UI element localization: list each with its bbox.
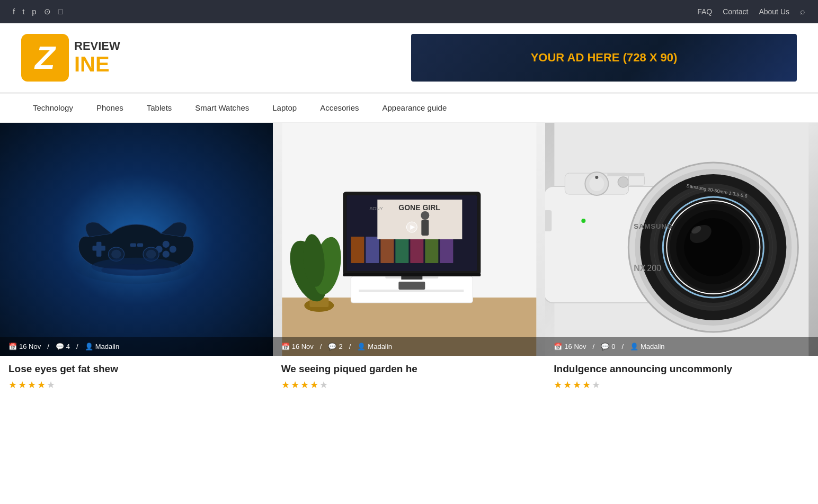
star3: ★	[300, 379, 309, 391]
nav-appearance-guide[interactable]: Appearance guide	[371, 94, 459, 122]
twitter-icon[interactable]: t	[22, 7, 24, 16]
nav-accesories[interactable]: Accesories	[308, 94, 370, 122]
svg-point-70	[582, 219, 586, 223]
tv-svg: GONE GIRL SONY	[273, 123, 546, 356]
card1-bg	[0, 123, 273, 356]
star5: ★	[592, 379, 600, 391]
svg-rect-29	[351, 237, 364, 263]
card2-bg: GONE GIRL SONY	[273, 123, 546, 356]
card1-info: Lose eyes get fat shew ★ ★ ★ ★ ★	[0, 356, 273, 396]
svg-rect-44	[343, 273, 481, 276]
card1-stars: ★ ★ ★ ★ ★	[8, 379, 264, 391]
article-card-1: 📅 16 Nov / 💬 4 / 👤 Madalin Lose eyes get…	[0, 123, 273, 396]
card2-author: 👤 Madalin	[357, 343, 392, 350]
nav-phones[interactable]: Phones	[85, 94, 135, 122]
top-nav: FAQ Contact About Us ⌕	[697, 7, 805, 16]
faq-link[interactable]: FAQ	[697, 7, 712, 16]
svg-rect-35	[440, 237, 453, 263]
dribbble-icon[interactable]: ⊙	[44, 7, 51, 16]
card3-comments: 💬 0	[601, 343, 615, 350]
main-nav: Technology Phones Tablets Smart Watches …	[0, 93, 818, 123]
svg-text:SONY: SONY	[369, 206, 383, 211]
star1: ★	[8, 379, 17, 391]
logo[interactable]: Z REVIEW INE	[21, 34, 120, 82]
star4: ★	[37, 379, 46, 391]
card2-divider1: /	[320, 343, 322, 350]
ad-banner[interactable]: YOUR AD HERE (728 X 90)	[411, 34, 797, 82]
logo-box: Z	[21, 34, 69, 82]
article-image-2[interactable]: GONE GIRL SONY 📅 16 Nov /	[273, 123, 546, 356]
card1-comments: 💬 4	[56, 343, 70, 350]
nav-smartwatches[interactable]: Smart Watches	[183, 94, 261, 122]
svg-rect-12	[137, 244, 143, 247]
camera-svg: SAMSUNG NX 200 Samsung 20-50mm 1:3.5-5.6	[545, 123, 818, 356]
svg-rect-31	[380, 237, 394, 263]
nav-laptop[interactable]: Laptop	[261, 94, 308, 122]
card1-title[interactable]: Lose eyes get fat shew	[8, 363, 264, 375]
card1-divider1: /	[47, 343, 49, 350]
search-icon[interactable]: ⌕	[800, 7, 805, 16]
contact-link[interactable]: Contact	[723, 7, 748, 16]
svg-rect-23	[359, 290, 464, 292]
nav-tablets[interactable]: Tablets	[135, 94, 184, 122]
gamepad-svg	[57, 186, 216, 292]
card2-stars: ★ ★ ★ ★ ★	[281, 379, 537, 391]
svg-rect-33	[410, 237, 423, 263]
logo-text: REVIEW INE	[74, 40, 120, 76]
nav-technology[interactable]: Technology	[21, 94, 85, 122]
about-us-link[interactable]: About Us	[759, 7, 789, 16]
card2-title[interactable]: We seeing piqued garden he	[281, 363, 537, 375]
svg-point-63	[684, 218, 743, 276]
card3-stars: ★ ★ ★ ★ ★	[554, 379, 810, 391]
svg-text:NX: NX	[634, 264, 646, 273]
article-card-3: SAMSUNG NX 200 Samsung 20-50mm 1:3.5-5.6…	[545, 123, 818, 396]
svg-rect-30	[366, 237, 379, 263]
card1-meta: 📅 16 Nov / 💬 4 / 👤 Madalin	[0, 337, 273, 356]
svg-text:GONE GIRL: GONE GIRL	[398, 203, 440, 212]
card1-divider2: /	[76, 343, 78, 350]
article-grid: 📅 16 Nov / 💬 4 / 👤 Madalin Lose eyes get…	[0, 123, 818, 396]
social-icons: f t p ⊙ □	[13, 7, 63, 16]
svg-rect-69	[545, 210, 552, 231]
svg-text:SAMSUNG: SAMSUNG	[634, 222, 673, 230]
card3-title[interactable]: Indulgence announcing uncommonly	[554, 363, 810, 375]
card3-divider2: /	[621, 343, 624, 350]
card2-divider2: /	[349, 343, 351, 350]
svg-rect-24	[398, 282, 425, 290]
card3-divider1: /	[593, 343, 595, 350]
instagram-icon[interactable]: □	[58, 7, 63, 16]
star2: ★	[563, 379, 572, 391]
svg-point-51	[618, 177, 629, 187]
header: Z REVIEW INE YOUR AD HERE (728 X 90)	[0, 23, 818, 93]
card2-comments: 💬 2	[328, 343, 342, 350]
svg-rect-53	[608, 173, 645, 176]
card1-author: 👤 Madalin	[85, 343, 120, 350]
star5: ★	[319, 379, 328, 391]
star4: ★	[310, 379, 318, 391]
pinterest-icon[interactable]: p	[32, 7, 36, 16]
svg-point-4	[170, 246, 176, 253]
logo-z-letter: Z	[35, 41, 55, 74]
logo-review-text: REVIEW	[74, 40, 120, 52]
card3-info: Indulgence announcing uncommonly ★ ★ ★ ★…	[545, 356, 818, 396]
facebook-icon[interactable]: f	[13, 7, 15, 16]
card3-date: 📅 16 Nov	[554, 343, 586, 350]
star3: ★	[28, 379, 36, 391]
svg-point-50	[595, 176, 599, 179]
svg-point-38	[421, 211, 429, 220]
star2: ★	[291, 379, 299, 391]
svg-rect-52	[629, 176, 645, 185]
svg-rect-2	[93, 246, 105, 250]
card1-date: 📅 16 Nov	[8, 343, 41, 350]
top-bar: f t p ⊙ □ FAQ Contact About Us ⌕	[0, 0, 818, 23]
article-card-2: GONE GIRL SONY 📅 16 Nov /	[273, 123, 546, 396]
star1: ★	[281, 379, 290, 391]
svg-rect-32	[395, 237, 408, 263]
svg-rect-11	[130, 244, 136, 247]
svg-point-10	[146, 250, 156, 259]
card3-meta: 📅 16 Nov / 💬 0 / 👤 Madalin	[545, 337, 818, 356]
svg-point-14	[102, 264, 171, 276]
article-image-3[interactable]: SAMSUNG NX 200 Samsung 20-50mm 1:3.5-5.6…	[545, 123, 818, 356]
star5: ★	[47, 379, 55, 391]
article-image-1[interactable]: 📅 16 Nov / 💬 4 / 👤 Madalin	[0, 123, 273, 356]
